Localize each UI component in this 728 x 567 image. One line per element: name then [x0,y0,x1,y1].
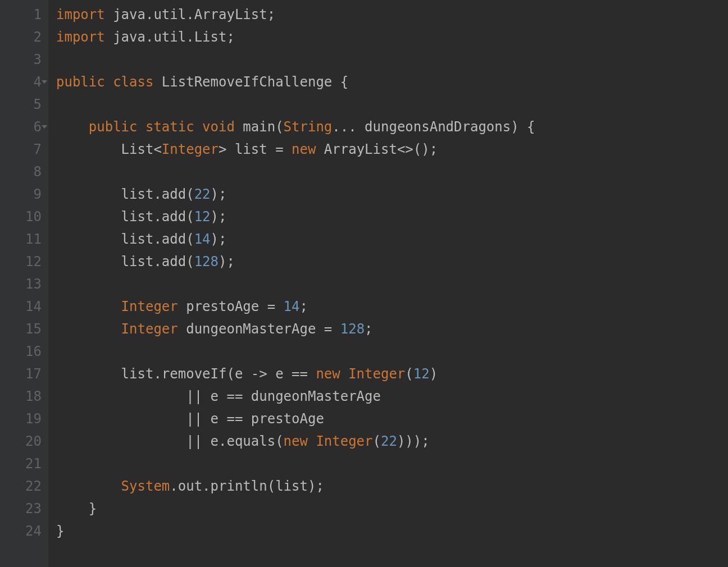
code-token: 14 [284,299,300,314]
code-token: System [121,478,170,494]
code-line[interactable]: public class ListRemoveIfChallenge { [56,71,728,93]
code-line[interactable] [56,340,728,363]
code-token [56,299,121,314]
code-token: } [56,501,97,516]
code-token [56,321,121,337]
line-number: 20 [9,430,42,452]
code-token: list.add( [56,231,194,247]
code-line[interactable]: import java.util.ArrayList; [56,3,728,26]
code-line[interactable]: } [56,520,728,542]
fold-marker-icon[interactable] [42,125,47,129]
code-token: 12 [413,366,430,382]
code-line[interactable]: import java.util.List; [56,26,728,48]
code-token: 12 [194,209,211,225]
line-number: 11 [9,228,42,250]
code-token: Integer [162,141,219,157]
code-token [56,119,89,135]
code-line[interactable]: public static void main(String... dungeo… [56,116,728,138]
code-line[interactable]: || e == dungeonMasterAge [56,385,728,408]
code-line[interactable]: list.add(128); [56,250,728,273]
code-token: List< [56,141,162,157]
code-token: new [316,366,348,382]
code-token: ); [211,231,227,247]
line-number: 4 [9,71,42,93]
code-token: import [56,7,113,22]
code-line[interactable]: } [56,497,728,520]
code-line[interactable]: || e == prestoAge [56,408,728,430]
code-token: new [284,433,316,449]
line-number: 1 [9,3,42,26]
code-token: ); [219,254,235,269]
code-token: 22 [194,186,211,202]
line-number: 14 [9,295,42,318]
code-token: 128 [340,321,365,337]
code-line[interactable]: list.add(14); [56,228,728,250]
code-line[interactable] [56,452,728,475]
line-number: 13 [9,273,42,295]
code-token: String [284,119,333,135]
code-line[interactable]: || e.equals(new Integer(22))); [56,430,728,452]
code-token: ); [211,186,227,202]
code-line[interactable] [56,93,728,116]
line-number: 7 [9,138,42,161]
line-number: 3 [9,48,42,71]
code-token: ( [373,433,381,449]
code-token: dungeonMasterAge = [186,321,340,337]
code-token: ) [430,366,438,382]
code-token: 22 [381,433,397,449]
line-number: 24 [9,520,42,542]
code-line[interactable]: list.removeIf(e -> e == new Integer(12) [56,363,728,385]
code-line[interactable] [56,48,728,71]
code-token: import [56,29,113,45]
code-token: { [340,74,348,90]
code-token: ... dungeonsAndDragons) { [332,119,535,135]
line-number: 12 [9,250,42,273]
code-token: || e.equals( [56,433,284,449]
line-number: 15 [9,318,42,340]
line-number-gutter: 123456789101112131415161718192021222324 [0,0,48,567]
code-token: ; [365,321,372,337]
code-line[interactable]: Integer dungeonMasterAge = 128; [56,318,728,340]
code-token: .out.println(list); [170,478,324,494]
code-line[interactable] [56,161,728,183]
line-number: 21 [9,452,42,475]
code-token: ; [299,299,307,314]
line-number: 2 [9,26,42,48]
code-line[interactable]: list.add(22); [56,183,728,205]
line-number: 22 [9,475,42,497]
code-token: java.util.ArrayList; [113,7,275,22]
code-line[interactable] [56,273,728,295]
code-token: Integer [348,366,405,382]
code-token: || e == prestoAge [56,411,324,427]
line-number: 18 [9,385,42,408]
code-token: Integer [121,299,186,314]
code-line[interactable]: list.add(12); [56,205,728,228]
line-number: 8 [9,161,42,183]
code-token: > list = [219,141,292,157]
code-token: ( [405,366,413,382]
code-token: Integer [121,321,186,337]
code-token: ); [211,209,227,225]
code-area[interactable]: import java.util.ArrayList;import java.u… [48,0,728,567]
code-token: ListRemoveIfChallenge [162,74,340,90]
code-token: java.util.List; [113,29,235,45]
line-number: 19 [9,408,42,430]
code-token: list.removeIf(e -> e == [56,366,316,382]
code-token: ArrayList<>(); [324,141,438,157]
line-number: 17 [9,363,42,385]
line-number: 23 [9,497,42,520]
code-token: Integer [316,433,372,449]
fold-marker-icon[interactable] [42,80,47,84]
code-token: new [292,141,324,157]
code-line[interactable]: List<Integer> list = new ArrayList<>(); [56,138,728,161]
line-number: 10 [9,205,42,228]
code-token: public static void [89,119,243,135]
code-token: list.add( [56,186,194,202]
code-token: public class [56,74,162,90]
code-token: prestoAge = [186,299,283,314]
code-token: list.add( [56,209,194,225]
code-line[interactable]: System.out.println(list); [56,475,728,497]
line-number: 16 [9,340,42,363]
line-number: 5 [9,93,42,116]
code-line[interactable]: Integer prestoAge = 14; [56,295,728,318]
